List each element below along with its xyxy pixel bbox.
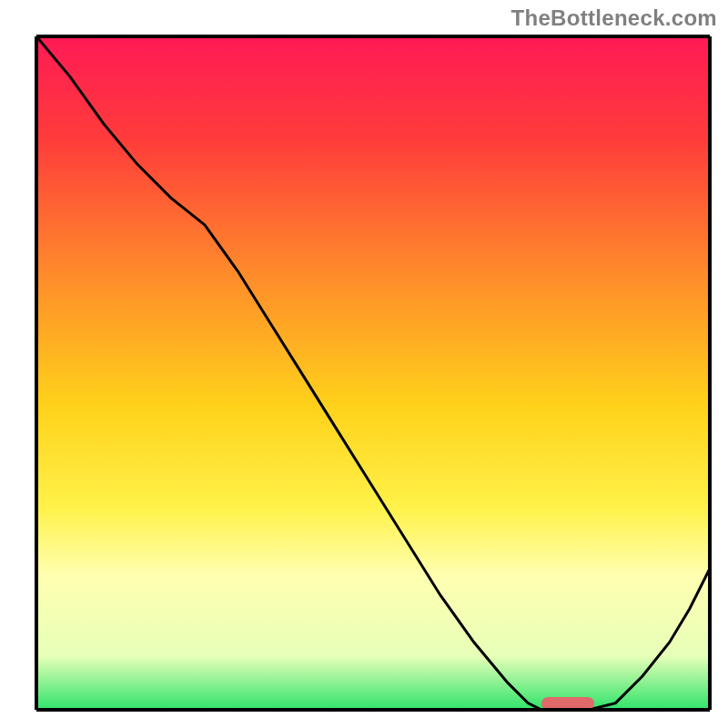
plot-background xyxy=(36,36,710,710)
chart-svg xyxy=(0,0,728,728)
optimal-marker xyxy=(541,697,594,710)
watermark-text: TheBottleneck.com xyxy=(511,5,717,31)
chart-container: { "watermark": "TheBottleneck.com", "plo… xyxy=(0,0,728,728)
